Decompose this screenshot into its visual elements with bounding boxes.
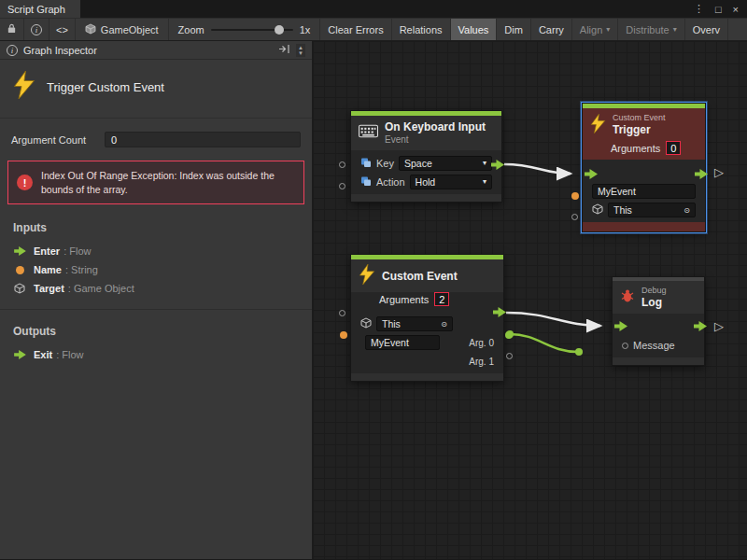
target-picker-icon[interactable]: ⊙: [684, 206, 690, 215]
lock-button[interactable]: [0, 19, 24, 40]
chevron-down-icon: ▾: [483, 177, 486, 186]
event-name-row: MyEvent: [583, 182, 705, 201]
message-row: Message: [613, 336, 704, 355]
scroll-down-icon[interactable]: ▼: [298, 50, 303, 56]
zoom-label: Zoom: [178, 24, 204, 35]
overview-button[interactable]: Overv: [685, 19, 728, 40]
arg1-row: Arg. 1: [351, 352, 503, 371]
code-view-button[interactable]: <>: [49, 19, 76, 40]
arg0-output-port[interactable]: [505, 331, 513, 339]
chevron-down-icon: ▾: [483, 159, 486, 167]
arguments-count-badge[interactable]: 2: [434, 292, 449, 306]
relations-button[interactable]: Relations: [392, 19, 451, 40]
flow-input-port[interactable]: [585, 169, 598, 179]
wire-keyboard-to-trigger: [504, 164, 571, 174]
unit-title: Trigger Custom Event: [47, 80, 164, 94]
node-on-keyboard-input[interactable]: On Keyboard Input Event Key Space ▾: [350, 110, 502, 203]
wire-arg0-green: [510, 334, 578, 352]
output-pin-exit: Exit: Flow: [0, 345, 312, 364]
target-input-port[interactable]: [339, 310, 345, 316]
target-field[interactable]: This ⊙: [608, 203, 696, 217]
node-supertitle: Custom Event: [613, 113, 666, 123]
gameobject-selector[interactable]: GameObject: [76, 19, 169, 40]
arguments-count-badge[interactable]: 0: [666, 141, 681, 155]
event-name-field[interactable]: MyEvent: [365, 335, 440, 350]
flow-output-port[interactable]: [694, 321, 707, 331]
target-field[interactable]: This ⊙: [376, 316, 453, 331]
event-name-field[interactable]: MyEvent: [592, 184, 696, 199]
panel-scroll-controls[interactable]: ▲ ▼: [296, 44, 305, 57]
name-input-port[interactable]: [340, 331, 347, 339]
gameobject-port-icon: [13, 283, 26, 294]
wire-event-to-debug: [506, 313, 600, 326]
error-text: Index Out Of Range Exception: Index was …: [41, 169, 295, 196]
node-header[interactable]: Debug Log: [613, 281, 704, 314]
argument-count-row: Argument Count 0: [0, 119, 312, 153]
tab-script-graph[interactable]: Script Graph: [0, 0, 80, 18]
node-title: On Keyboard Input: [385, 120, 486, 134]
arg1-output-port[interactable]: [506, 353, 513, 359]
key-row: Key Space ▾: [351, 154, 501, 173]
zoom-slider[interactable]: [211, 29, 293, 31]
arg0-label: Arg. 0: [469, 338, 494, 348]
gameobject-port-icon: [592, 203, 603, 217]
action-dropdown[interactable]: Hold ▾: [410, 175, 492, 189]
flow-continue-icon: ▷: [714, 319, 724, 333]
key-label: Key: [376, 158, 394, 169]
node-debug-log[interactable]: Debug Log Message: [612, 276, 705, 366]
flow-output-port[interactable]: [695, 169, 708, 179]
input-pin-target: Target: Game Object: [0, 279, 312, 298]
unit-title-block: Trigger Custom Event: [0, 60, 312, 119]
node-custom-event[interactable]: Custom Event Arguments 2 This ⊙: [350, 254, 504, 382]
string-port-icon: [13, 266, 26, 274]
maximize-icon[interactable]: □: [715, 4, 722, 15]
keycode-icon: [360, 175, 372, 189]
error-message-box: ! Index Out Of Range Exception: Index wa…: [7, 161, 304, 204]
node-header[interactable]: On Keyboard Input Event: [351, 116, 501, 150]
dock-right-icon[interactable]: [278, 44, 290, 56]
distribute-button[interactable]: Distribute ▾: [618, 19, 684, 40]
carry-button[interactable]: Carry: [531, 19, 572, 40]
bug-icon: [620, 288, 635, 307]
window-menu-icon[interactable]: ⋮: [694, 3, 704, 15]
inspect-button[interactable]: i: [24, 19, 49, 40]
target-input-port[interactable]: [571, 214, 578, 220]
graph-inspector-panel: i Graph Inspector ▲ ▼ Trigger Custom Eve…: [0, 41, 313, 559]
target-picker-icon[interactable]: ⊙: [441, 320, 447, 329]
error-icon: !: [17, 175, 33, 190]
argument-count-input[interactable]: 0: [105, 132, 301, 147]
clear-errors-button[interactable]: Clear Errors: [320, 19, 391, 40]
gameobject-port-icon: [360, 317, 372, 330]
flow-input-port[interactable]: [614, 321, 627, 331]
node-header[interactable]: Custom Event: [351, 259, 503, 292]
window-tab-bar: Script Graph ⋮ □ ×: [0, 0, 747, 18]
flow-output-port[interactable]: [493, 307, 506, 317]
flow-row: [583, 163, 705, 182]
graph-canvas[interactable]: On Keyboard Input Event Key Space ▾: [313, 41, 747, 559]
target-row: This ⊙: [583, 201, 705, 219]
node-trigger-custom-event[interactable]: Custom Event Trigger Arguments 0 MyEvent: [582, 103, 706, 232]
inputs-section-header: Inputs: [0, 206, 312, 242]
key-dropdown[interactable]: Space ▾: [399, 156, 492, 171]
close-icon[interactable]: ×: [733, 4, 739, 15]
name-input-port[interactable]: [571, 192, 579, 200]
flow-continue-icon: ▷: [714, 165, 724, 179]
values-button[interactable]: Values: [451, 19, 498, 40]
align-button[interactable]: Align ▾: [572, 19, 618, 40]
gameobject-label: GameObject: [101, 24, 159, 35]
lightning-icon: [13, 71, 35, 103]
key-input-port[interactable]: [339, 161, 345, 168]
zoom-value: 1x: [300, 24, 311, 35]
info-icon: i: [7, 45, 18, 56]
action-input-port[interactable]: [339, 183, 345, 189]
node-title: Custom Event: [382, 270, 458, 284]
zoom-slider-knob[interactable]: [275, 25, 284, 35]
node-header[interactable]: Custom Event Trigger: [583, 108, 705, 141]
dim-button[interactable]: Dim: [497, 19, 531, 40]
trigger-output-port[interactable]: [491, 160, 504, 170]
message-input-port[interactable]: [622, 343, 628, 349]
arg1-label: Arg. 1: [469, 357, 494, 367]
node-supertitle: Debug: [641, 286, 667, 296]
message-label: Message: [633, 340, 675, 351]
graph-inspector-title: Graph Inspector: [23, 45, 97, 56]
